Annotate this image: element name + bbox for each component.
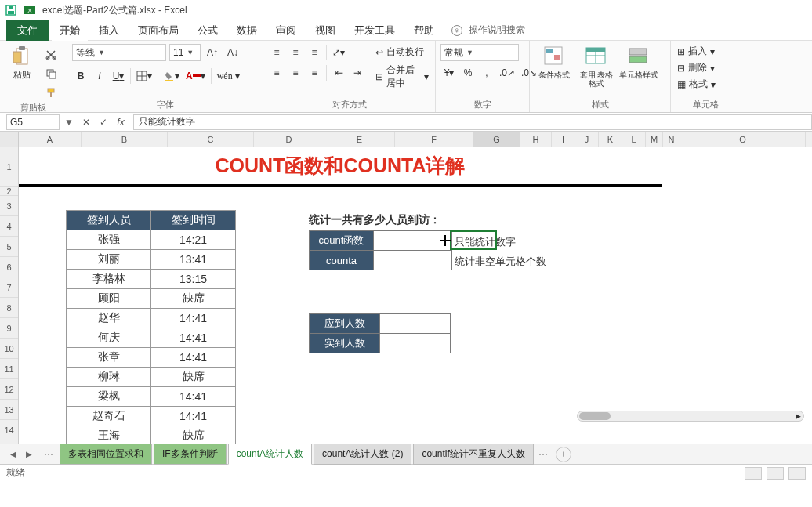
horizontal-scrollbar[interactable]: ◀▶	[577, 411, 804, 422]
table-cell[interactable]: 何庆	[67, 328, 151, 348]
menu-file[interactable]: 文件	[6, 20, 49, 41]
formula-input[interactable]: 只能统计数字	[133, 114, 812, 130]
table-cell[interactable]: 张章	[67, 348, 151, 368]
format-cell-button[interactable]: ▦格式 ▾	[676, 77, 717, 92]
row-header[interactable]: 14	[0, 420, 18, 440]
table-cell[interactable]: 赵奇石	[67, 407, 151, 426]
font-size-combo[interactable]: 11▼	[169, 44, 201, 61]
format-painter-icon[interactable]	[42, 85, 60, 100]
totals-value[interactable]	[380, 314, 451, 334]
column-header[interactable]: E	[324, 132, 395, 147]
table-cell[interactable]: 李格林	[67, 270, 151, 289]
table-row[interactable]: 赵华14:41	[67, 309, 236, 328]
decrease-indent-icon[interactable]: ⇤	[330, 64, 347, 81]
table-row[interactable]: 何庆14:41	[67, 328, 236, 348]
totals-value[interactable]	[380, 334, 451, 353]
table-row[interactable]: 梁枫14:41	[67, 387, 236, 407]
table-cell[interactable]: 14:41	[151, 309, 236, 328]
table-cell[interactable]: 13:41	[151, 250, 236, 270]
table-cell[interactable]: 14:41	[151, 387, 236, 407]
currency-icon[interactable]: ¥▾	[440, 64, 458, 81]
row-header[interactable]: 15	[0, 440, 18, 444]
wrap-text-button[interactable]: ↩自动换行	[374, 44, 430, 60]
fill-color-icon[interactable]: ▾	[161, 67, 182, 85]
tell-me-search[interactable]: 操作说明搜索	[469, 24, 525, 37]
column-header[interactable]: F	[395, 132, 473, 147]
column-header[interactable]: N	[663, 132, 680, 147]
row-headers[interactable]: 1 2 3 4 5 6 7 8 9 10 11 12 13 14 15	[0, 132, 19, 444]
normal-view-icon[interactable]	[745, 467, 762, 480]
spreadsheet-grid[interactable]: 1 2 3 4 5 6 7 8 9 10 11 12 13 14 15 ABCD…	[0, 132, 812, 444]
bold-button[interactable]: B	[72, 67, 89, 85]
name-box[interactable]: G5	[6, 114, 60, 130]
menu-data[interactable]: 数据	[229, 20, 265, 41]
table-row[interactable]: 赵奇石14:41	[67, 407, 236, 426]
cut-icon[interactable]	[42, 47, 60, 63]
column-header[interactable]: O	[680, 132, 806, 147]
menu-formula[interactable]: 公式	[190, 20, 226, 41]
row-header[interactable]: 9	[0, 318, 18, 339]
align-right-icon[interactable]: ≡	[306, 64, 323, 81]
comma-icon[interactable]: ,	[478, 64, 495, 81]
sheet-tab[interactable]: IF多条件判断	[154, 444, 227, 465]
conditional-format-button[interactable]: 条件格式	[535, 44, 574, 79]
column-header[interactable]: L	[622, 132, 646, 147]
table-cell[interactable]: 13:15	[151, 270, 236, 289]
orientation-icon[interactable]: ⤢▾	[330, 44, 347, 61]
font-color-icon[interactable]: A▾	[183, 67, 208, 85]
table-row[interactable]: 刘丽13:41	[67, 250, 236, 270]
format-as-table-button[interactable]: 套用 表格格式	[577, 44, 616, 88]
copy-icon[interactable]	[42, 66, 60, 81]
row-header[interactable]: 13	[0, 400, 18, 420]
align-center-icon[interactable]: ≡	[287, 64, 304, 81]
font-name-combo[interactable]: 等线▼	[72, 44, 166, 61]
menu-dev[interactable]: 开发工具	[346, 20, 403, 41]
column-header[interactable]: D	[254, 132, 324, 147]
underline-button[interactable]: U ▾	[110, 67, 127, 85]
row-header[interactable]: 11	[0, 359, 18, 379]
table-cell[interactable]: 14:41	[151, 348, 236, 368]
func-value[interactable]	[374, 251, 452, 270]
phonetic-icon[interactable]: wén ▾	[215, 67, 242, 85]
column-header[interactable]: J	[575, 132, 599, 147]
percent-icon[interactable]: %	[459, 64, 477, 81]
increase-indent-icon[interactable]: ⇥	[349, 64, 366, 81]
sheet-tab[interactable]: countA统计人数 (2)	[314, 444, 411, 465]
number-format-combo[interactable]: 常规▼	[440, 44, 519, 61]
table-row[interactable]: 柳琳缺席	[67, 368, 236, 387]
sheet-tab-active[interactable]: countA统计人数	[228, 444, 312, 465]
page-layout-view-icon[interactable]	[767, 467, 784, 480]
table-row[interactable]: 王海缺席	[67, 426, 236, 444]
table-row[interactable]: 张章14:41	[67, 348, 236, 368]
italic-button[interactable]: I	[91, 67, 108, 85]
increase-decimal-icon[interactable]: .0↗	[497, 64, 517, 81]
column-header[interactable]: A	[19, 132, 82, 147]
table-cell[interactable]: 梁枫	[67, 387, 151, 407]
merge-center-button[interactable]: ⊟合并后居中 ▾	[374, 62, 430, 92]
enter-formula-icon[interactable]: ✓	[96, 114, 111, 130]
table-cell[interactable]: 刘丽	[67, 250, 151, 270]
insert-cell-button[interactable]: ⊞插入 ▾	[676, 44, 717, 59]
row-header[interactable]: 12	[0, 379, 18, 400]
border-icon[interactable]: ▾	[134, 67, 154, 85]
fx-icon[interactable]: fx	[113, 114, 129, 130]
sheet-tab[interactable]: 多表相同位置求和	[60, 444, 152, 465]
align-left-icon[interactable]: ≡	[268, 64, 285, 81]
delete-cell-button[interactable]: ⊟删除 ▾	[676, 60, 717, 75]
table-cell[interactable]: 14:21	[151, 230, 236, 250]
menu-review[interactable]: 审阅	[268, 20, 304, 41]
row-header[interactable]: 6	[0, 257, 18, 277]
table-cell[interactable]: 张强	[67, 230, 151, 250]
align-top-icon[interactable]: ≡	[268, 44, 285, 61]
row-header[interactable]: 3	[0, 196, 18, 216]
lightbulb-icon[interactable]: ♀	[451, 25, 462, 36]
column-header[interactable]: H	[520, 132, 552, 147]
align-bottom-icon[interactable]: ≡	[306, 44, 323, 61]
cancel-formula-icon[interactable]: ✕	[78, 114, 94, 130]
menu-view[interactable]: 视图	[307, 20, 343, 41]
table-cell[interactable]: 赵华	[67, 309, 151, 328]
name-box-dropdown[interactable]: ▼	[63, 117, 75, 128]
align-middle-icon[interactable]: ≡	[287, 44, 304, 61]
column-header[interactable]: B	[82, 132, 168, 147]
increase-font-icon[interactable]: A↑	[204, 44, 221, 61]
